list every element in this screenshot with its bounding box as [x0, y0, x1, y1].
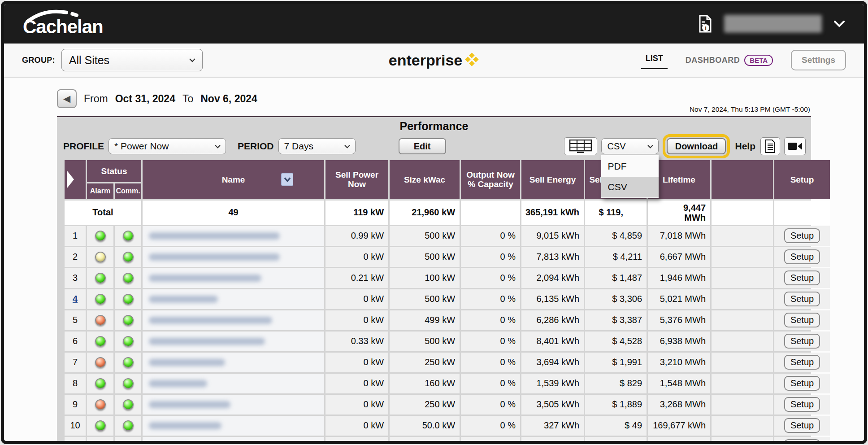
lifetime-cell: 1,946 MWh: [648, 268, 710, 288]
svg-text:i: i: [705, 25, 707, 31]
format-option-pdf[interactable]: PDF: [601, 156, 659, 177]
site-name-cell[interactable]: [143, 374, 324, 393]
profile-select[interactable]: * Power Now: [108, 138, 226, 154]
sell-revenue-cell: $ 3,387: [585, 310, 647, 330]
format-option-csv[interactable]: CSV: [601, 177, 659, 197]
profile-select-value: * Power Now: [114, 141, 169, 152]
tab-list[interactable]: LIST: [641, 51, 668, 69]
setup-button[interactable]: Setup: [784, 439, 820, 444]
output-cell: 0 %: [461, 395, 520, 414]
alarm-led: [95, 252, 106, 262]
site-name-cell[interactable]: [143, 416, 324, 436]
site-name-cell[interactable]: [143, 332, 324, 351]
setup-button[interactable]: Setup: [784, 313, 820, 327]
row-number[interactable]: 4: [73, 294, 78, 304]
period-label: PERIOD: [238, 141, 274, 152]
site-name-redacted: [149, 275, 261, 282]
total-power-cell: 119 kW: [326, 201, 388, 225]
account-chevron-down-icon[interactable]: [833, 20, 845, 27]
output-header: Output Now % Capacity: [461, 160, 520, 199]
sell-revenue-cell: $ 1,991: [585, 353, 647, 372]
site-name-cell[interactable]: [143, 353, 324, 372]
sell-energy-cell: 8,401 kWh: [521, 332, 584, 351]
site-name-cell[interactable]: [143, 268, 324, 288]
download-button[interactable]: Download: [667, 138, 726, 154]
comm-led: [123, 294, 134, 305]
name-sort-button[interactable]: [281, 173, 293, 186]
site-name-cell[interactable]: [143, 310, 324, 330]
lifetime-cell: 5,021 MWh: [648, 289, 710, 309]
site-name-cell[interactable]: [143, 226, 324, 246]
sell-revenue-cell: $ 3,306: [585, 289, 647, 309]
report-info-icon[interactable]: i: [698, 15, 712, 33]
comm-status-cell: [115, 310, 141, 330]
blank-header: [712, 160, 773, 199]
date-navigation: ◀ From Oct 31, 2024 To Nov 6, 2024: [57, 89, 257, 108]
sell-revenue-cell: $ 1,040: [585, 437, 647, 444]
site-name-redacted: [149, 359, 225, 366]
document-icon: [765, 140, 776, 153]
setup-button[interactable]: Setup: [784, 397, 820, 412]
sell-revenue-cell: $ 829: [585, 374, 647, 393]
comm-led: [123, 399, 134, 410]
download-format-select[interactable]: CSV: [601, 138, 659, 154]
setup-button[interactable]: Setup: [784, 334, 820, 349]
lifetime-cell: 1,548 MWh: [648, 374, 710, 393]
sell-power-cell: 0 kW: [326, 247, 388, 267]
table-row: 8 0 kW 160 kW 0 % 1,539 kWh $ 829 1,548 …: [65, 374, 830, 393]
setup-button[interactable]: Setup: [784, 249, 820, 264]
name-header[interactable]: Name: [143, 160, 324, 199]
comm-led: [123, 357, 134, 368]
cachelan-logo[interactable]: Cachelan: [23, 10, 103, 38]
row-number: 5: [73, 315, 78, 325]
site-name-redacted: [149, 422, 221, 429]
setup-button[interactable]: Setup: [784, 292, 820, 306]
sell-energy-cell: 1,539 kWh: [521, 374, 584, 393]
comm-status-cell: [115, 353, 141, 372]
setup-cell: Setup: [774, 374, 830, 393]
toolbar: PROFILE * Power Now PERIOD 7 Days Edit: [57, 136, 811, 156]
account-name-redacted[interactable]: [724, 15, 822, 33]
sell-energy-cell: 1,931 kWh: [521, 437, 584, 444]
site-name-cell[interactable]: [143, 437, 324, 444]
setup-button[interactable]: Setup: [784, 228, 820, 243]
alarm-led: [95, 294, 106, 305]
setup-button[interactable]: Setup: [784, 376, 820, 391]
total-energy-cell: 365,191 kWh: [521, 201, 584, 225]
sell-energy-cell: 3,694 kWh: [521, 353, 584, 372]
settings-button[interactable]: Settings: [791, 50, 846, 70]
lifetime-cell: 7,018 MWh: [648, 226, 710, 246]
site-name-cell[interactable]: [143, 395, 324, 414]
from-date[interactable]: Oct 31, 2024: [115, 93, 175, 105]
table-row: 4 0 kW 500 kW 0 % 6,135 kWh $ 3,306 5,02…: [65, 289, 830, 309]
output-cell: 0 %: [461, 332, 520, 351]
edit-button[interactable]: Edit: [399, 138, 446, 154]
previous-period-button[interactable]: ◀: [57, 89, 77, 108]
setup-button[interactable]: Setup: [784, 418, 820, 433]
comm-status-cell: [115, 374, 141, 393]
output-cell: 0 %: [461, 374, 520, 393]
top-bar: Cachelan i: [4, 4, 864, 44]
sell-power-cell: 0 kW: [326, 395, 388, 414]
alarm-status-cell: [87, 353, 113, 372]
tab-dashboard[interactable]: DASHBOARD: [686, 56, 740, 65]
site-name-cell[interactable]: [143, 289, 324, 309]
output-cell: 0 %: [461, 353, 520, 372]
help-label: Help: [735, 141, 755, 152]
period-select[interactable]: 7 Days: [278, 138, 356, 154]
alarm-led: [95, 231, 106, 241]
setup-button[interactable]: Setup: [784, 270, 820, 285]
group-select[interactable]: All Sites: [61, 49, 203, 71]
video-camera-icon: [787, 141, 803, 151]
to-date[interactable]: Nov 6, 2024: [200, 93, 257, 105]
table-view-button[interactable]: [564, 137, 597, 155]
table-row: 3 0.21 kW 100 kW 0 % 2,094 kWh $ 1,487 1…: [65, 268, 830, 288]
setup-button[interactable]: Setup: [784, 355, 820, 370]
chevron-down-icon: [344, 144, 351, 148]
nav-bar: GROUP: All Sites enterprise LIST DASHBOA…: [4, 44, 864, 78]
help-video-button[interactable]: [784, 137, 806, 155]
site-name-cell[interactable]: [143, 247, 324, 267]
help-document-button[interactable]: [760, 137, 780, 155]
table-row: 10 0 kW 50.0 kW 0 % 327 kWh $ 49 169,677…: [65, 416, 830, 436]
output-cell: 0 %: [461, 310, 520, 330]
